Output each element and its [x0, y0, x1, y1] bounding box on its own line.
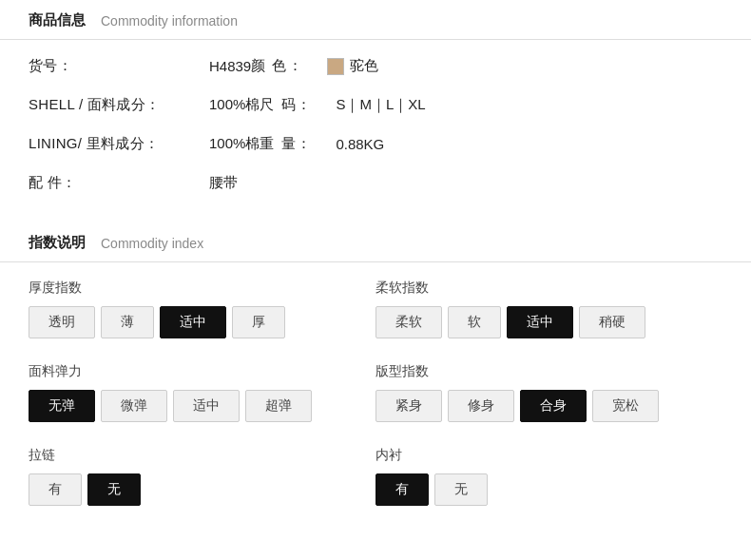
- btn-fit-紧身[interactable]: 紧身: [376, 390, 442, 422]
- group-label-thickness: 厚度指数: [29, 280, 376, 297]
- btn-zipper-有[interactable]: 有: [29, 473, 82, 506]
- btn-elasticity-适中[interactable]: 适中: [173, 390, 240, 422]
- btn-thickness-透明[interactable]: 透明: [29, 306, 95, 338]
- right-label-0: 颜 色：: [251, 57, 327, 75]
- btn-group-elasticity: 无弹微弹适中超弹: [29, 390, 376, 422]
- field-right-0: 颜 色： 驼色: [251, 57, 722, 75]
- right-label-2: 重 量：: [260, 135, 336, 153]
- field-value-3: 腰带: [209, 174, 238, 192]
- index-group-thickness: 厚度指数 透明薄适中厚: [29, 280, 376, 338]
- btn-thickness-厚[interactable]: 厚: [232, 306, 285, 338]
- field-value-0: H4839: [209, 58, 251, 74]
- group-label-softness: 柔软指数: [376, 280, 722, 297]
- commodity-info-section: 货号：H4839 颜 色： 驼色 SHELL / 面料成分：100%棉 尺 码：…: [0, 40, 751, 222]
- group-label-lining: 内衬: [376, 447, 722, 464]
- btn-fit-宽松[interactable]: 宽松: [592, 390, 659, 422]
- index-group-zipper: 拉链 有无: [29, 447, 376, 506]
- right-value-2: 0.88KG: [336, 136, 384, 152]
- index-group-elasticity: 面料弹力 无弹微弹适中超弹: [29, 363, 376, 422]
- index-header: 指数说明 Commodity index: [0, 222, 751, 262]
- btn-group-zipper: 有无: [29, 473, 376, 506]
- btn-group-softness: 柔软软适中稍硬: [376, 306, 722, 338]
- field-label-1: SHELL / 面料成分：: [29, 96, 209, 114]
- field-right-1: 尺 码： S｜M｜L｜XL: [260, 96, 722, 114]
- field-value-1: 100%棉: [209, 96, 260, 114]
- commodity-row-0: 货号：H4839 颜 色： 驼色: [29, 57, 722, 75]
- btn-softness-柔软[interactable]: 柔软: [376, 306, 442, 338]
- right-label-1: 尺 码：: [260, 96, 336, 114]
- commodity-info-header: 商品信息 Commodity information: [0, 0, 751, 40]
- btn-thickness-薄[interactable]: 薄: [101, 306, 154, 338]
- index-header-en: Commodity index: [101, 236, 203, 251]
- field-label-2: LINING/ 里料成分：: [29, 135, 209, 153]
- field-value-2: 100%棉: [209, 135, 260, 153]
- btn-lining-有[interactable]: 有: [376, 473, 429, 506]
- index-group-lining: 内衬 有无: [376, 447, 722, 506]
- group-label-fit: 版型指数: [376, 363, 722, 380]
- right-value-0: 驼色: [350, 57, 378, 75]
- color-swatch-0: [327, 58, 344, 75]
- index-header-cn: 指数说明: [29, 234, 86, 252]
- btn-elasticity-无弹[interactable]: 无弹: [29, 390, 95, 422]
- btn-group-thickness: 透明薄适中厚: [29, 306, 376, 338]
- commodity-row-3: 配 件：腰带: [29, 174, 722, 192]
- right-value-1: S｜M｜L｜XL: [336, 96, 425, 114]
- index-group-softness: 柔软指数 柔软软适中稍硬: [376, 280, 722, 338]
- group-label-zipper: 拉链: [29, 447, 376, 464]
- btn-thickness-适中[interactable]: 适中: [160, 306, 226, 338]
- index-area: 厚度指数 透明薄适中厚 面料弹力 无弹微弹适中超弹 拉链 有无 柔软指数 柔软软…: [0, 262, 751, 550]
- field-right-2: 重 量： 0.88KG: [260, 135, 722, 153]
- commodity-row-1: SHELL / 面料成分：100%棉 尺 码： S｜M｜L｜XL: [29, 96, 722, 114]
- commodity-header-en: Commodity information: [101, 13, 238, 29]
- btn-fit-合身[interactable]: 合身: [520, 390, 587, 422]
- btn-elasticity-超弹[interactable]: 超弹: [245, 390, 312, 422]
- btn-fit-修身[interactable]: 修身: [448, 390, 514, 422]
- index-left-col: 厚度指数 透明薄适中厚 面料弹力 无弹微弹适中超弹 拉链 有无: [29, 280, 376, 531]
- btn-group-lining: 有无: [376, 473, 722, 506]
- index-group-fit: 版型指数 紧身修身合身宽松: [376, 363, 722, 422]
- commodity-header-cn: 商品信息: [29, 11, 86, 29]
- btn-softness-稍硬[interactable]: 稍硬: [579, 306, 645, 338]
- btn-softness-软[interactable]: 软: [448, 306, 501, 338]
- btn-elasticity-微弹[interactable]: 微弹: [101, 390, 167, 422]
- btn-lining-无[interactable]: 无: [434, 473, 488, 506]
- btn-zipper-无[interactable]: 无: [87, 473, 141, 506]
- group-label-elasticity: 面料弹力: [29, 363, 376, 380]
- commodity-row-2: LINING/ 里料成分：100%棉 重 量： 0.88KG: [29, 135, 722, 153]
- field-label-0: 货号：: [29, 57, 209, 75]
- index-right-col: 柔软指数 柔软软适中稍硬 版型指数 紧身修身合身宽松 内衬 有无: [376, 280, 722, 531]
- btn-softness-适中[interactable]: 适中: [507, 306, 573, 338]
- field-label-3: 配 件：: [29, 174, 209, 192]
- btn-group-fit: 紧身修身合身宽松: [376, 390, 722, 422]
